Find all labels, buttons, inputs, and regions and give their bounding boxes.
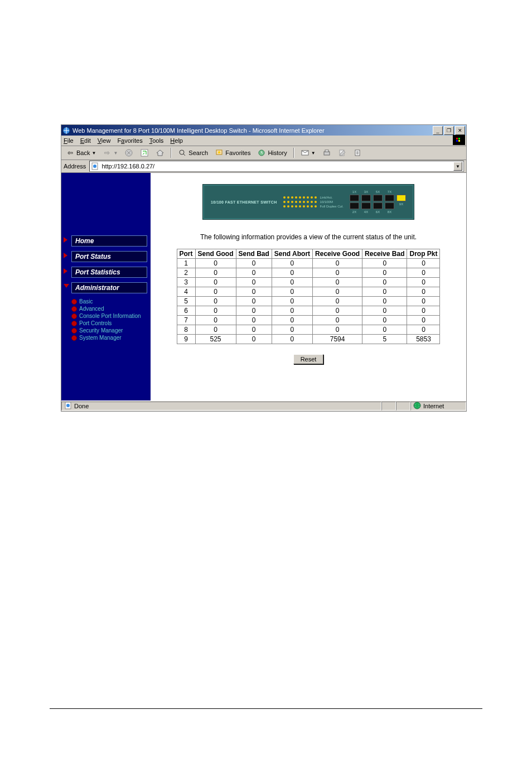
table-cell: 0 (362, 278, 407, 287)
print-button[interactable] (320, 147, 333, 158)
sub-label: System Manager (79, 335, 122, 341)
stop-button[interactable] (122, 147, 136, 158)
address-bar: Address ▼ (61, 160, 466, 173)
minimize-button[interactable]: _ (433, 126, 443, 135)
table-cell: 0 (195, 259, 236, 268)
port-label: 6X (376, 210, 380, 214)
status-pane: Done (61, 402, 381, 411)
table-cell: 0 (236, 268, 272, 278)
arrow-down-icon (64, 284, 69, 288)
throbber-icon (453, 135, 465, 145)
led-matrix: Link/Act. 10/100M Full Duplex Col. (283, 196, 344, 208)
port-label: 7X (388, 190, 391, 194)
favorites-icon (215, 148, 224, 157)
nav-home[interactable]: Home (71, 235, 147, 247)
table-cell: 0 (407, 278, 440, 287)
address-combo[interactable]: ▼ (89, 161, 464, 172)
nav-port-status[interactable]: Port Status (71, 251, 147, 262)
table-row: 952500759455853 (177, 335, 440, 344)
discuss-button[interactable] (351, 147, 365, 158)
print-icon (322, 148, 331, 157)
table-header: Port (177, 249, 195, 259)
status-empty-1 (381, 402, 396, 411)
table-cell: 4 (177, 287, 195, 297)
bullet-icon (71, 306, 77, 312)
table-row: 7000000 (177, 316, 440, 325)
table-cell: 5853 (407, 335, 440, 344)
address-label: Address (64, 163, 86, 170)
table-cell: 0 (272, 325, 312, 335)
table-cell: 0 (195, 306, 236, 316)
table-cell: 0 (272, 297, 312, 306)
device-image: 10/100 FAST ETHERNET SWITCH Link/Act. 10… (202, 184, 414, 220)
svg-rect-2 (456, 138, 458, 139)
main-panel: 10/100 FAST ETHERNET SWITCH Link/Act. 10… (151, 173, 466, 400)
table-cell: 0 (236, 316, 272, 325)
table-cell: 6 (177, 306, 195, 316)
mail-button[interactable]: ▼ (298, 147, 318, 158)
port-label: 3X (364, 190, 368, 194)
search-button[interactable]: Search (176, 147, 210, 158)
bullet-icon (71, 328, 77, 334)
favorites-button[interactable]: Favorites (212, 147, 253, 158)
menubar: File Edit View Favorites Tools Help (61, 136, 466, 146)
menu-help[interactable]: Help (170, 137, 183, 144)
forward-button[interactable]: ⇨▼ (100, 147, 120, 158)
sub-console-port[interactable]: Console Port Information (71, 312, 151, 320)
reset-button[interactable]: Reset (293, 354, 324, 364)
table-cell: 0 (362, 306, 407, 316)
sub-port-controls[interactable]: Port Controls (71, 320, 151, 327)
history-button[interactable]: History (255, 147, 289, 158)
table-cell: 0 (195, 287, 236, 297)
sub-advanced[interactable]: Advanced (71, 305, 151, 312)
nav-port-statistics[interactable]: Port Statistics (71, 267, 147, 278)
table-cell: 0 (407, 287, 440, 297)
home-button[interactable] (153, 147, 167, 158)
table-cell: 0 (236, 297, 272, 306)
edit-page-button[interactable] (336, 147, 349, 158)
page-icon (64, 402, 72, 411)
menu-tools[interactable]: Tools (149, 137, 164, 144)
svg-rect-5 (458, 140, 460, 142)
sub-basic[interactable]: Basic (71, 298, 151, 305)
maximize-button[interactable]: ❐ (444, 126, 454, 135)
legend-linkact: Link/Act. (320, 196, 333, 199)
menu-view[interactable]: View (98, 137, 111, 144)
address-input[interactable] (100, 162, 453, 170)
sub-label: Port Controls (79, 320, 112, 326)
table-cell: 5 (177, 297, 195, 306)
table-cell: 0 (195, 325, 236, 335)
back-button[interactable]: ⇦ Back ▼ (64, 147, 98, 158)
menu-favorites[interactable]: Favorites (117, 137, 142, 144)
table-cell: 0 (362, 259, 407, 268)
svg-rect-13 (325, 150, 328, 152)
svg-rect-4 (456, 140, 458, 142)
menu-edit[interactable]: Edit (80, 137, 91, 144)
svg-point-19 (66, 404, 70, 407)
table-row: 3000000 (177, 278, 440, 287)
nav-administrator[interactable]: Administrator (71, 282, 147, 293)
sub-security-manager[interactable]: Security Manager (71, 327, 151, 334)
table-cell: 0 (236, 325, 272, 335)
sub-system-manager[interactable]: System Manager (71, 334, 151, 341)
table-cell: 0 (195, 268, 236, 278)
table-cell: 0 (407, 306, 440, 316)
close-button[interactable]: ✕ (455, 126, 465, 135)
menu-file[interactable]: File (64, 137, 74, 144)
svg-point-8 (180, 150, 184, 155)
arrow-icon (64, 253, 67, 258)
port-label: 2X (352, 210, 356, 214)
table-cell: 0 (313, 306, 362, 316)
table-cell: 0 (362, 268, 407, 278)
refresh-button[interactable] (138, 147, 151, 158)
address-dropdown-button[interactable]: ▼ (453, 162, 462, 171)
table-cell: 7594 (313, 335, 362, 344)
table-cell: 0 (313, 316, 362, 325)
table-cell: 0 (407, 325, 440, 335)
statusbar: Done Internet (61, 400, 466, 411)
window-title: Web Management for 8 Port 10/100M Intell… (72, 127, 325, 134)
legend-duplex: Full Duplex Col. (320, 205, 344, 208)
table-row: 1000000 (177, 259, 440, 268)
table-cell: 0 (407, 259, 440, 268)
table-cell: 0 (407, 268, 440, 278)
